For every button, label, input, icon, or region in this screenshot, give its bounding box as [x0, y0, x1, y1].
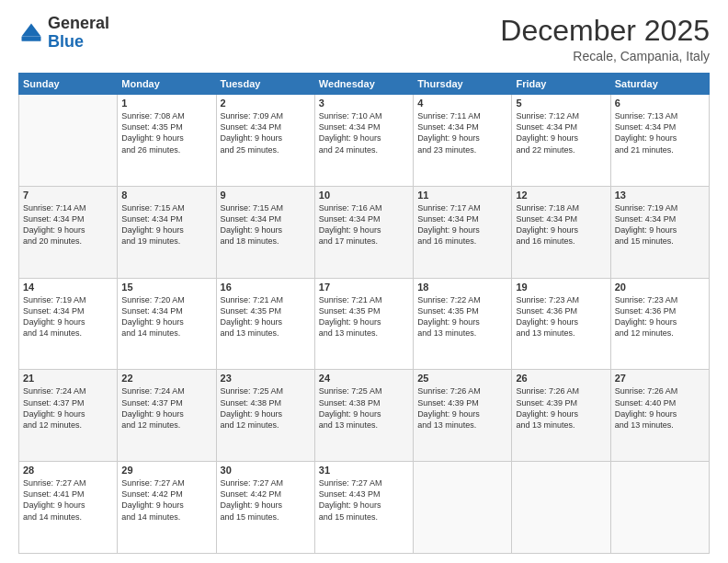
- col-header-thursday: Thursday: [414, 74, 512, 95]
- calendar-cell: 2Sunrise: 7:09 AM Sunset: 4:34 PM Daylig…: [216, 95, 314, 187]
- calendar-cell: 12Sunrise: 7:18 AM Sunset: 4:34 PM Dayli…: [512, 186, 610, 278]
- day-info: Sunrise: 7:17 AM Sunset: 4:34 PM Dayligh…: [417, 202, 507, 247]
- day-number: 7: [23, 190, 113, 201]
- page: General Blue December 2025 Recale, Campa…: [0, 0, 728, 563]
- day-number: 17: [319, 282, 409, 293]
- day-info: Sunrise: 7:22 AM Sunset: 4:35 PM Dayligh…: [417, 294, 507, 339]
- day-number: 25: [417, 373, 507, 384]
- day-info: Sunrise: 7:23 AM Sunset: 4:36 PM Dayligh…: [615, 294, 705, 339]
- day-info: Sunrise: 7:27 AM Sunset: 4:41 PM Dayligh…: [23, 477, 113, 523]
- day-info: Sunrise: 7:21 AM Sunset: 4:35 PM Dayligh…: [319, 294, 409, 339]
- logo-icon: [18, 20, 44, 46]
- day-number: 4: [417, 98, 507, 109]
- calendar-cell: 25Sunrise: 7:26 AM Sunset: 4:39 PM Dayli…: [414, 370, 512, 462]
- day-number: 9: [221, 190, 311, 201]
- day-number: 13: [615, 190, 705, 201]
- day-info: Sunrise: 7:10 AM Sunset: 4:34 PM Dayligh…: [319, 110, 409, 155]
- day-number: 14: [23, 282, 113, 293]
- calendar-cell: 14Sunrise: 7:19 AM Sunset: 4:34 PM Dayli…: [19, 278, 118, 370]
- day-info: Sunrise: 7:11 AM Sunset: 4:34 PM Dayligh…: [417, 110, 507, 155]
- calendar-cell: 8Sunrise: 7:15 AM Sunset: 4:34 PM Daylig…: [118, 186, 216, 278]
- day-info: Sunrise: 7:20 AM Sunset: 4:34 PM Dayligh…: [121, 294, 211, 339]
- title-block: December 2025 Recale, Campania, Italy: [500, 15, 710, 63]
- calendar-cell: 27Sunrise: 7:26 AM Sunset: 4:40 PM Dayli…: [610, 370, 709, 462]
- calendar-cell: 29Sunrise: 7:27 AM Sunset: 4:42 PM Dayli…: [118, 462, 216, 554]
- day-number: 23: [221, 373, 311, 384]
- day-number: 16: [221, 282, 311, 293]
- calendar-cell: [610, 462, 709, 554]
- calendar-cell: 16Sunrise: 7:21 AM Sunset: 4:35 PM Dayli…: [216, 278, 314, 370]
- day-number: 29: [121, 465, 211, 476]
- col-header-saturday: Saturday: [610, 74, 709, 95]
- day-info: Sunrise: 7:12 AM Sunset: 4:34 PM Dayligh…: [516, 110, 606, 155]
- calendar-cell: 22Sunrise: 7:24 AM Sunset: 4:37 PM Dayli…: [118, 370, 216, 462]
- calendar-cell: 13Sunrise: 7:19 AM Sunset: 4:34 PM Dayli…: [610, 186, 709, 278]
- calendar-cell: 17Sunrise: 7:21 AM Sunset: 4:35 PM Dayli…: [314, 278, 413, 370]
- day-number: 28: [23, 465, 113, 476]
- day-info: Sunrise: 7:14 AM Sunset: 4:34 PM Dayligh…: [23, 202, 113, 247]
- day-info: Sunrise: 7:25 AM Sunset: 4:38 PM Dayligh…: [221, 385, 311, 431]
- day-info: Sunrise: 7:26 AM Sunset: 4:39 PM Dayligh…: [516, 385, 606, 431]
- day-number: 21: [23, 373, 113, 384]
- calendar-week-5: 28Sunrise: 7:27 AM Sunset: 4:41 PM Dayli…: [19, 462, 710, 554]
- day-number: 11: [417, 190, 507, 201]
- calendar-cell: 24Sunrise: 7:25 AM Sunset: 4:38 PM Dayli…: [314, 370, 413, 462]
- day-info: Sunrise: 7:15 AM Sunset: 4:34 PM Dayligh…: [121, 202, 211, 247]
- day-info: Sunrise: 7:19 AM Sunset: 4:34 PM Dayligh…: [615, 202, 705, 247]
- svg-marker-0: [22, 23, 41, 36]
- col-header-tuesday: Tuesday: [216, 74, 314, 95]
- day-number: 19: [516, 282, 606, 293]
- calendar-cell: 21Sunrise: 7:24 AM Sunset: 4:37 PM Dayli…: [19, 370, 118, 462]
- day-info: Sunrise: 7:27 AM Sunset: 4:42 PM Dayligh…: [221, 477, 311, 523]
- calendar-week-1: 1Sunrise: 7:08 AM Sunset: 4:35 PM Daylig…: [19, 95, 710, 187]
- day-number: 1: [121, 98, 211, 109]
- calendar-cell: 19Sunrise: 7:23 AM Sunset: 4:36 PM Dayli…: [512, 278, 610, 370]
- day-number: 18: [417, 282, 507, 293]
- day-number: 6: [615, 98, 705, 109]
- calendar-cell: 3Sunrise: 7:10 AM Sunset: 4:34 PM Daylig…: [314, 95, 413, 187]
- calendar-cell: 10Sunrise: 7:16 AM Sunset: 4:34 PM Dayli…: [314, 186, 413, 278]
- calendar-cell: 5Sunrise: 7:12 AM Sunset: 4:34 PM Daylig…: [512, 95, 610, 187]
- calendar-cell: 23Sunrise: 7:25 AM Sunset: 4:38 PM Dayli…: [216, 370, 314, 462]
- day-number: 31: [319, 465, 409, 476]
- day-number: 22: [121, 373, 211, 384]
- calendar-week-4: 21Sunrise: 7:24 AM Sunset: 4:37 PM Dayli…: [19, 370, 710, 462]
- day-info: Sunrise: 7:27 AM Sunset: 4:43 PM Dayligh…: [319, 477, 409, 523]
- location-subtitle: Recale, Campania, Italy: [500, 49, 710, 63]
- day-number: 26: [516, 373, 606, 384]
- day-number: 24: [319, 373, 409, 384]
- calendar-cell: 9Sunrise: 7:15 AM Sunset: 4:34 PM Daylig…: [216, 186, 314, 278]
- day-number: 12: [516, 190, 606, 201]
- day-info: Sunrise: 7:27 AM Sunset: 4:42 PM Dayligh…: [121, 477, 211, 523]
- day-number: 27: [615, 373, 705, 384]
- calendar-cell: [512, 462, 610, 554]
- calendar-cell: 18Sunrise: 7:22 AM Sunset: 4:35 PM Dayli…: [414, 278, 512, 370]
- calendar-cell: 7Sunrise: 7:14 AM Sunset: 4:34 PM Daylig…: [19, 186, 118, 278]
- calendar-cell: 11Sunrise: 7:17 AM Sunset: 4:34 PM Dayli…: [414, 186, 512, 278]
- col-header-friday: Friday: [512, 74, 610, 95]
- day-info: Sunrise: 7:13 AM Sunset: 4:34 PM Dayligh…: [615, 110, 705, 155]
- calendar-table: SundayMondayTuesdayWednesdayThursdayFrid…: [18, 73, 710, 554]
- day-info: Sunrise: 7:15 AM Sunset: 4:34 PM Dayligh…: [221, 202, 311, 247]
- calendar-week-2: 7Sunrise: 7:14 AM Sunset: 4:34 PM Daylig…: [19, 186, 710, 278]
- col-header-sunday: Sunday: [19, 74, 118, 95]
- day-info: Sunrise: 7:18 AM Sunset: 4:34 PM Dayligh…: [516, 202, 606, 247]
- day-info: Sunrise: 7:09 AM Sunset: 4:34 PM Dayligh…: [221, 110, 311, 155]
- day-info: Sunrise: 7:08 AM Sunset: 4:35 PM Dayligh…: [121, 110, 211, 155]
- day-info: Sunrise: 7:16 AM Sunset: 4:34 PM Dayligh…: [319, 202, 409, 247]
- day-info: Sunrise: 7:19 AM Sunset: 4:34 PM Dayligh…: [23, 294, 113, 339]
- calendar-cell: 26Sunrise: 7:26 AM Sunset: 4:39 PM Dayli…: [512, 370, 610, 462]
- day-number: 10: [319, 190, 409, 201]
- day-info: Sunrise: 7:26 AM Sunset: 4:39 PM Dayligh…: [417, 385, 507, 431]
- calendar-cell: 30Sunrise: 7:27 AM Sunset: 4:42 PM Dayli…: [216, 462, 314, 554]
- calendar-cell: [414, 462, 512, 554]
- logo-text: General Blue: [48, 15, 109, 52]
- header: General Blue December 2025 Recale, Campa…: [18, 15, 710, 63]
- day-number: 2: [221, 98, 311, 109]
- calendar-cell: 15Sunrise: 7:20 AM Sunset: 4:34 PM Dayli…: [118, 278, 216, 370]
- calendar-cell: 4Sunrise: 7:11 AM Sunset: 4:34 PM Daylig…: [414, 95, 512, 187]
- calendar-week-3: 14Sunrise: 7:19 AM Sunset: 4:34 PM Dayli…: [19, 278, 710, 370]
- col-header-monday: Monday: [118, 74, 216, 95]
- day-number: 8: [121, 190, 211, 201]
- logo: General Blue: [18, 15, 109, 52]
